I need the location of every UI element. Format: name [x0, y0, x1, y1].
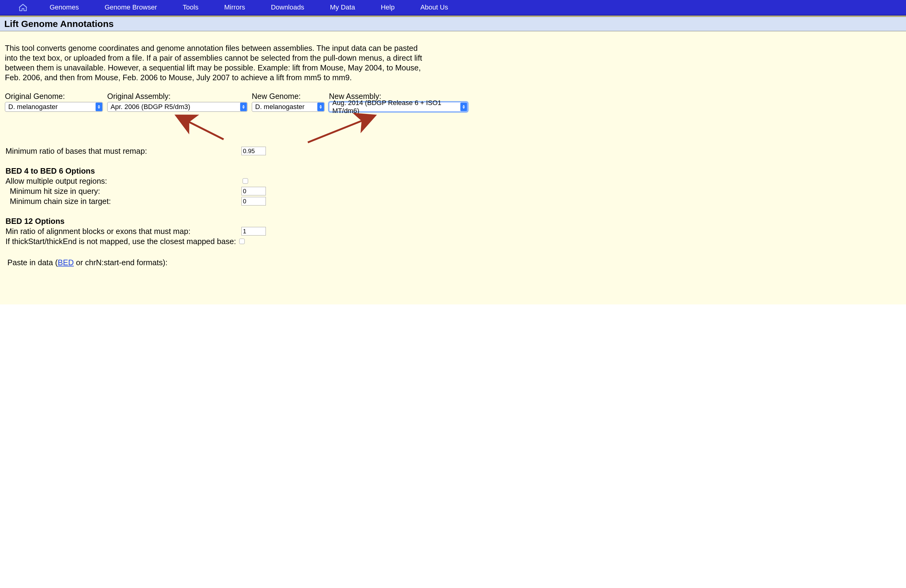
paste-suffix: or chrN:start-end formats):: [74, 258, 167, 267]
nav-mirrors[interactable]: Mirrors: [211, 0, 258, 15]
bed12-header: BED 12 Options: [5, 217, 901, 226]
min-chain-label: Minimum chain size in target:: [5, 197, 241, 206]
nav-my-data[interactable]: My Data: [317, 0, 368, 15]
intro-text: This tool converts genome coordinates an…: [0, 31, 429, 86]
nav-help[interactable]: Help: [368, 0, 407, 15]
original-assembly-label: Original Assembly:: [107, 92, 247, 101]
paste-instruction: Paste in data (BED or chrN:start-end for…: [5, 258, 901, 267]
min-hit-input[interactable]: [241, 187, 266, 195]
bed-format-link[interactable]: BED: [57, 258, 73, 267]
paste-prefix: Paste in data (: [7, 258, 57, 267]
annotation-arrows: [0, 112, 906, 145]
page-body: Lift Genome Annotations This tool conver…: [0, 16, 906, 304]
bed4-6-header: BED 4 to BED 6 Options: [5, 167, 901, 175]
top-nav: Genomes Genome Browser Tools Mirrors Dow…: [0, 0, 906, 16]
nav-about-us[interactable]: About Us: [407, 0, 461, 15]
min-hit-label: Minimum hit size in query:: [5, 187, 241, 196]
min-chain-input[interactable]: [241, 197, 266, 206]
svg-line-1: [308, 115, 375, 142]
thick-label: If thickStart/thickEnd is not mapped, us…: [5, 237, 238, 246]
min-blocks-label: Min ratio of alignment blocks or exons t…: [5, 227, 241, 236]
liftover-options: Minimum ratio of bases that must remap: …: [0, 147, 906, 267]
page-title: Lift Genome Annotations: [0, 16, 906, 31]
thick-checkbox[interactable]: [239, 239, 245, 244]
allow-multiple-checkbox[interactable]: [242, 178, 248, 184]
home-icon[interactable]: [9, 3, 37, 11]
new-genome-label: New Genome:: [252, 92, 325, 101]
original-genome-label: Original Genome:: [5, 92, 103, 101]
assembly-selectors: Original Genome: D. melanogaster Origina…: [0, 86, 906, 112]
svg-line-0: [176, 115, 223, 139]
nav-downloads[interactable]: Downloads: [258, 0, 317, 15]
min-blocks-input[interactable]: [241, 227, 266, 236]
nav-tools[interactable]: Tools: [170, 0, 211, 15]
select-arrows-icon: [460, 103, 467, 111]
allow-multiple-label: Allow multiple output regions:: [5, 177, 241, 186]
nav-genomes[interactable]: Genomes: [37, 0, 92, 15]
nav-genome-browser[interactable]: Genome Browser: [92, 0, 170, 15]
